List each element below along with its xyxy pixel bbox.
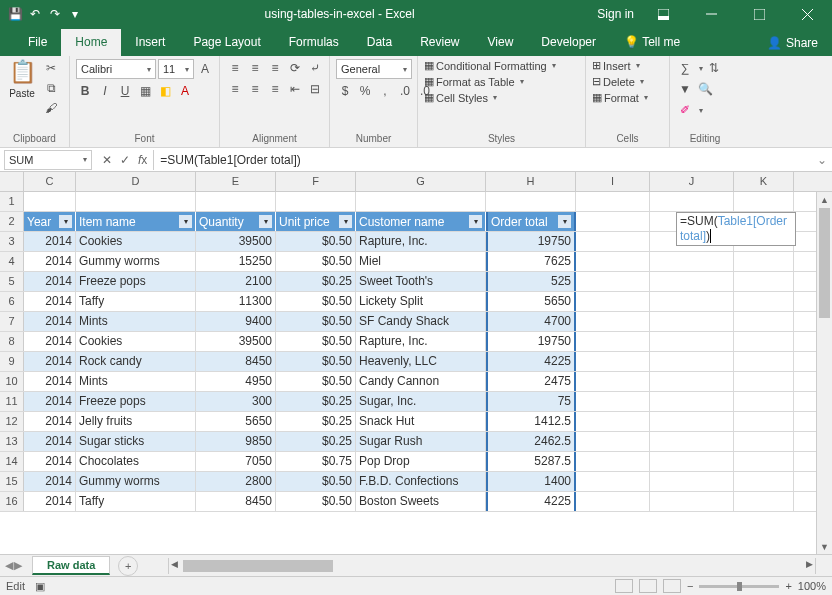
indent-dec-icon[interactable]: ⇤ [286, 80, 304, 98]
table-cell[interactable]: 5650 [196, 412, 276, 431]
row-header[interactable]: 10 [0, 372, 24, 391]
table-cell[interactable]: Lickety Split [356, 292, 486, 311]
tab-file[interactable]: File [14, 29, 61, 56]
tab-data[interactable]: Data [353, 29, 406, 56]
table-cell[interactable]: $0.25 [276, 272, 356, 291]
scroll-right-icon[interactable]: ▶ [806, 559, 813, 569]
row-header[interactable]: 7 [0, 312, 24, 331]
sort-filter-icon[interactable]: ⇅ [705, 59, 723, 77]
row-header[interactable]: 1 [0, 192, 24, 211]
cancel-formula-icon[interactable]: ✕ [102, 153, 112, 167]
table-cell[interactable]: Gummy worms [76, 472, 196, 491]
table-cell[interactable]: Sugar, Inc. [356, 392, 486, 411]
table-cell[interactable]: $0.25 [276, 412, 356, 431]
find-icon[interactable]: 🔍 [696, 80, 714, 98]
table-cell[interactable]: 2014 [24, 392, 76, 411]
table-cell[interactable]: Snack Hut [356, 412, 486, 431]
table-cell[interactable]: Taffy [76, 292, 196, 311]
table-cell[interactable]: Cookies [76, 232, 196, 251]
name-box[interactable]: SUM▾ [4, 150, 92, 170]
table-cell[interactable]: Rock candy [76, 352, 196, 371]
page-layout-view-icon[interactable] [639, 579, 657, 593]
table-cell[interactable]: 2014 [24, 312, 76, 331]
table-cell[interactable]: 4950 [196, 372, 276, 391]
table-cell[interactable]: 8450 [196, 492, 276, 511]
table-cell[interactable]: 4700 [486, 312, 576, 331]
orientation-icon[interactable]: ⟳ [286, 59, 304, 77]
align-bot-icon[interactable]: ≡ [266, 59, 284, 77]
table-cell[interactable]: 9850 [196, 432, 276, 451]
row-header[interactable]: 4 [0, 252, 24, 271]
table-cell[interactable]: Freeze pops [76, 272, 196, 291]
table-cell[interactable]: 2014 [24, 432, 76, 451]
table-cell[interactable]: $0.50 [276, 232, 356, 251]
share-button[interactable]: 👤Share [753, 30, 832, 56]
table-cell[interactable]: 300 [196, 392, 276, 411]
table-cell[interactable]: Sugar Rush [356, 432, 486, 451]
sheet-tab[interactable]: Raw data [32, 556, 110, 575]
filter-dropdown-icon[interactable]: ▾ [339, 215, 352, 228]
cell-styles-button[interactable]: ▦ Cell Styles ▾ [424, 91, 497, 104]
table-cell[interactable]: Sweet Tooth's [356, 272, 486, 291]
fill-color-icon[interactable]: ◧ [156, 82, 174, 100]
comma-icon[interactable]: , [376, 82, 394, 100]
table-cell[interactable]: $0.50 [276, 352, 356, 371]
filter-dropdown-icon[interactable]: ▾ [469, 215, 482, 228]
zoom-in-icon[interactable]: + [785, 580, 791, 592]
row-header[interactable]: 16 [0, 492, 24, 511]
redo-icon[interactable]: ↷ [48, 7, 62, 21]
tab-insert[interactable]: Insert [121, 29, 179, 56]
font-color-icon[interactable]: A [176, 82, 194, 100]
tab-view[interactable]: View [474, 29, 528, 56]
fill-icon[interactable]: ▼ [676, 80, 694, 98]
table-cell[interactable]: Rapture, Inc. [356, 232, 486, 251]
normal-view-icon[interactable] [615, 579, 633, 593]
row-header[interactable]: 8 [0, 332, 24, 351]
italic-icon[interactable]: I [96, 82, 114, 100]
align-mid-icon[interactable]: ≡ [246, 59, 264, 77]
table-cell[interactable]: 19750 [486, 332, 576, 351]
table-cell[interactable]: 5650 [486, 292, 576, 311]
undo-icon[interactable]: ↶ [28, 7, 42, 21]
table-cell[interactable]: F.B.D. Confections [356, 472, 486, 491]
table-cell[interactable]: 39500 [196, 232, 276, 251]
tab-tellme[interactable]: 💡 Tell me [610, 29, 694, 56]
table-cell[interactable]: Chocolates [76, 452, 196, 471]
table-cell[interactable]: $0.75 [276, 452, 356, 471]
table-cell[interactable]: Boston Sweets [356, 492, 486, 511]
table-cell[interactable]: 5287.5 [486, 452, 576, 471]
accounting-icon[interactable]: $ [336, 82, 354, 100]
align-top-icon[interactable]: ≡ [226, 59, 244, 77]
table-cell[interactable]: 2475 [486, 372, 576, 391]
table-cell[interactable]: $0.50 [276, 292, 356, 311]
table-header[interactable]: Customer name▾ [356, 212, 486, 231]
table-cell[interactable]: 2014 [24, 272, 76, 291]
macro-record-icon[interactable]: ▣ [35, 580, 45, 593]
font-size-select[interactable]: 11▾ [158, 59, 194, 79]
table-cell[interactable]: 2800 [196, 472, 276, 491]
table-cell[interactable]: Mints [76, 312, 196, 331]
insert-cells-button[interactable]: ⊞ Insert ▾ [592, 59, 640, 72]
horizontal-scrollbar[interactable]: ◀ ▶ [168, 558, 816, 574]
customize-qat-icon[interactable]: ▾ [68, 7, 82, 21]
col-header[interactable]: I [576, 172, 650, 191]
table-cell[interactable]: 9400 [196, 312, 276, 331]
tab-home[interactable]: Home [61, 29, 121, 56]
page-break-view-icon[interactable] [663, 579, 681, 593]
merge-icon[interactable]: ⊟ [306, 80, 324, 98]
col-header[interactable]: D [76, 172, 196, 191]
align-left-icon[interactable]: ≡ [226, 80, 244, 98]
table-header[interactable]: Order total▾ [486, 212, 576, 231]
maximize-button[interactable] [740, 0, 778, 28]
table-header[interactable]: Unit price▾ [276, 212, 356, 231]
table-cell[interactable]: Rapture, Inc. [356, 332, 486, 351]
table-cell[interactable]: 75 [486, 392, 576, 411]
tab-developer[interactable]: Developer [527, 29, 610, 56]
clear-icon[interactable]: ✐ [676, 101, 694, 119]
table-cell[interactable]: $0.50 [276, 332, 356, 351]
col-header[interactable]: C [24, 172, 76, 191]
zoom-level[interactable]: 100% [798, 580, 826, 592]
save-icon[interactable]: 💾 [8, 7, 22, 21]
scroll-thumb[interactable] [183, 560, 333, 572]
cut-icon[interactable]: ✂ [42, 59, 60, 77]
